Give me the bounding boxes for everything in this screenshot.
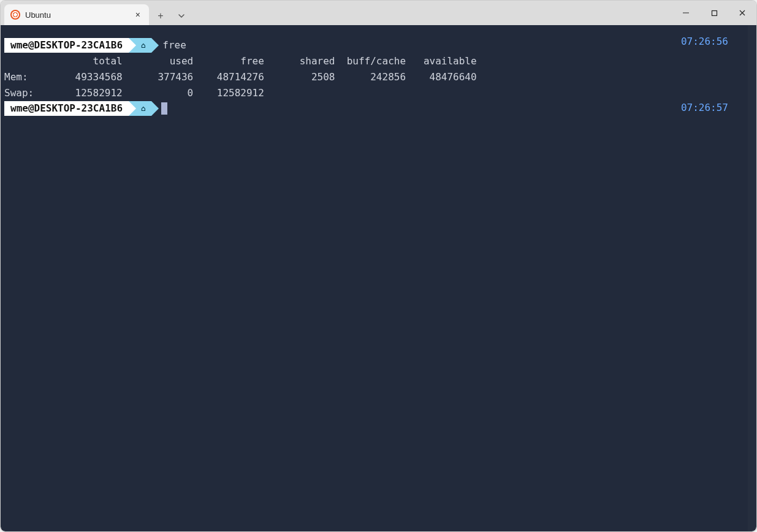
window-controls [672,1,756,25]
scrollbar[interactable] [748,25,756,531]
timestamp-1: 07:26:56 [681,34,728,50]
minimize-button[interactable] [672,1,700,25]
prompt-line-2: wme@DESKTOP-23CA1B6 ⌂ [4,101,754,116]
free-output: total used free shared buff/cache availa… [4,53,754,101]
maximize-button[interactable] [700,1,728,25]
tab-dropdown-button[interactable] [172,7,191,25]
close-tab-icon[interactable]: × [133,10,143,20]
tab-title: Ubuntu [25,10,128,20]
terminal-viewport[interactable]: 07:26:56 07:26:57 wme@DESKTOP-23CA1B6 ⌂ … [1,25,756,531]
tab-ubuntu[interactable]: Ubuntu × [4,4,149,25]
svg-rect-1 [712,10,717,15]
command-text: free [162,37,186,53]
new-tab-button[interactable]: + [151,7,170,25]
prompt-userhost: wme@DESKTOP-23CA1B6 [4,101,129,116]
home-icon: ⌂ [141,101,145,116]
prompt-line-1: wme@DESKTOP-23CA1B6 ⌂ free [4,37,754,53]
prompt-userhost: wme@DESKTOP-23CA1B6 [4,38,129,53]
close-window-button[interactable] [728,1,756,25]
terminal-cursor [161,102,167,115]
home-icon: ⌂ [141,37,145,53]
ubuntu-icon [10,10,20,20]
timestamp-2: 07:26:57 [681,100,728,116]
chevron-down-icon [178,12,185,20]
titlebar: Ubuntu × + [1,1,756,25]
